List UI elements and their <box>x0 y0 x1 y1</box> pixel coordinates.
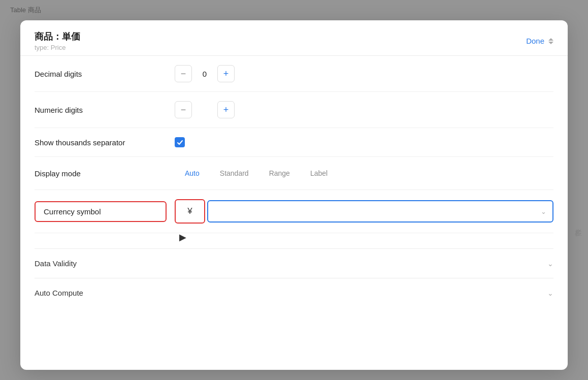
thousands-separator-controls <box>175 137 553 147</box>
auto-compute-section[interactable]: Auto Compute ⌄ <box>35 278 553 307</box>
chevron-down-icon <box>548 42 553 44</box>
decimal-digits-value: 0 <box>192 70 217 78</box>
display-mode-auto-option[interactable]: Auto <box>175 166 210 180</box>
done-button[interactable]: Done <box>526 37 544 45</box>
numeric-digits-label: Numeric digits <box>35 106 167 114</box>
subtitle-type: Price <box>51 44 66 51</box>
navigate-updown-button[interactable] <box>548 38 553 44</box>
data-validity-chevron-icon: ⌄ <box>547 260 553 268</box>
thousands-separator-row: Show thousands separator <box>35 128 553 157</box>
currency-symbol-prefix: ¥ <box>176 200 204 223</box>
currency-symbol-row: Currency symbol ¥ ⌄ ▶ <box>35 190 553 233</box>
decimal-digits-minus-button[interactable]: − <box>175 65 192 82</box>
subtitle-prefix: type: <box>35 44 49 51</box>
modal-title: 商品：単価 <box>35 30 80 43</box>
header-actions: Done <box>526 37 553 45</box>
auto-compute-chevron-icon: ⌄ <box>547 289 553 297</box>
display-mode-range-option[interactable]: Range <box>259 166 300 180</box>
numeric-digits-minus-button[interactable]: − <box>175 101 192 118</box>
currency-symbol-select[interactable]: ⌄ <box>207 200 553 223</box>
decimal-digits-plus-button[interactable]: + <box>217 65 235 82</box>
display-mode-label-option[interactable]: Label <box>300 166 338 180</box>
modal-header: 商品：単価 type: Price Done <box>20 20 568 56</box>
display-mode-row: Display mode Auto Standard Range Label <box>35 157 553 190</box>
top-bar: Table 商品 <box>0 0 588 20</box>
top-bar-title: Table 商品 <box>10 6 41 15</box>
display-mode-label: Display mode <box>35 169 167 178</box>
currency-symbol-dropdown-arrow[interactable]: ⌄ <box>534 200 552 223</box>
modal-subtitle: type: Price <box>35 44 80 51</box>
currency-symbol-prefix-wrapper: ¥ <box>175 199 205 224</box>
thousands-separator-checkbox[interactable] <box>175 137 185 147</box>
numeric-digits-row: Numeric digits − + <box>35 92 553 128</box>
currency-symbol-label: Currency symbol <box>35 201 167 222</box>
modal-title-area: 商品：単価 type: Price <box>35 30 80 51</box>
auto-compute-label: Auto Compute <box>35 289 83 297</box>
modal-body: Decimal digits − 0 + Numeric digits − + … <box>20 56 568 370</box>
chevron-up-icon <box>548 38 553 41</box>
decimal-digits-label: Decimal digits <box>35 70 167 78</box>
decimal-digits-row: Decimal digits − 0 + <box>35 56 553 92</box>
numeric-digits-stepper: − + <box>175 101 553 118</box>
currency-symbol-controls: ¥ ⌄ <box>175 199 553 224</box>
spacer <box>35 233 553 248</box>
data-validity-section[interactable]: Data Validity ⌄ <box>35 248 553 278</box>
thousands-separator-label: Show thousands separator <box>35 138 167 147</box>
decimal-digits-stepper: − 0 + <box>175 65 553 82</box>
numeric-digits-plus-button[interactable]: + <box>217 101 235 118</box>
modal-dialog: 商品：単価 type: Price Done Decimal digits − … <box>20 20 568 370</box>
data-validity-label: Data Validity <box>35 259 77 268</box>
display-mode-standard-option[interactable]: Standard <box>210 166 259 180</box>
display-mode-segmented: Auto Standard Range Label <box>175 166 553 180</box>
